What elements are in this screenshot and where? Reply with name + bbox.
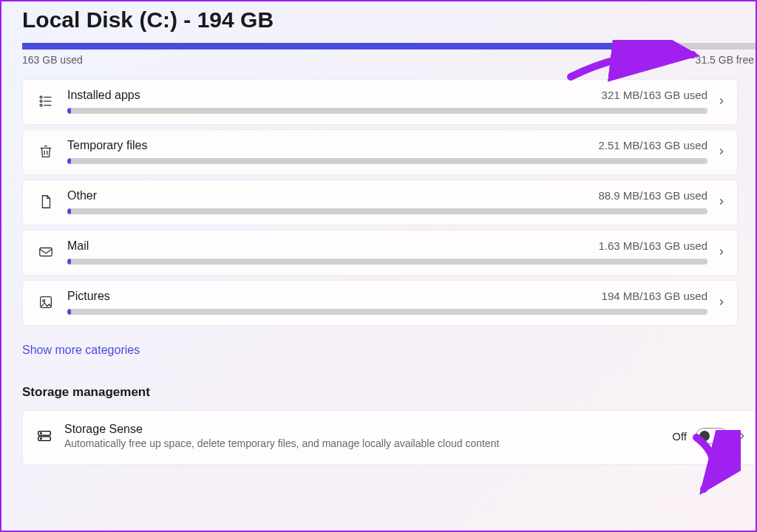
- svg-rect-8: [40, 248, 52, 256]
- chevron-right-icon: [707, 297, 727, 307]
- storage-category-row[interactable]: Installed apps321 MB/163 GB used: [22, 79, 738, 125]
- storage-category-row[interactable]: Temporary files2.51 MB/163 GB used: [22, 129, 738, 175]
- svg-point-13: [41, 433, 41, 434]
- svg-point-10: [43, 300, 45, 302]
- storage-sense-icon: [36, 428, 52, 444]
- category-usage: 321 MB/163 GB used: [602, 89, 707, 101]
- category-label: Installed apps: [67, 89, 140, 102]
- disk-usage-bar: [22, 43, 756, 50]
- chevron-right-icon: [707, 146, 727, 157]
- storage-category-row[interactable]: Mail1.63 MB/163 GB used: [22, 230, 738, 276]
- category-label: Pictures: [67, 290, 110, 303]
- storage-categories-list: Installed apps321 MB/163 GB usedTemporar…: [1, 66, 738, 326]
- disk-free-label: 31.5 GB free: [696, 54, 754, 66]
- storage-category-row[interactable]: Pictures194 MB/163 GB used: [22, 280, 738, 326]
- svg-point-0: [40, 96, 42, 98]
- category-label: Other: [67, 189, 97, 202]
- category-usage-bar: [67, 309, 707, 315]
- category-usage-bar: [67, 259, 707, 265]
- disk-usage-section: 163 GB used 31.5 GB free: [1, 33, 756, 66]
- storage-sense-state-label: Off: [672, 430, 687, 443]
- installed-apps-icon: [36, 93, 55, 109]
- image-icon: [36, 294, 55, 310]
- chevron-right-icon: [707, 96, 727, 106]
- disk-usage-bar-fill: [22, 43, 637, 50]
- trash-icon: [36, 143, 55, 160]
- category-usage: 194 MB/163 GB used: [602, 290, 707, 302]
- disk-used-label: 163 GB used: [22, 54, 83, 66]
- storage-sense-row[interactable]: Storage Sense Automatically free up spac…: [22, 410, 757, 465]
- storage-sense-toggle[interactable]: [696, 428, 728, 444]
- page-title: Local Disk (C:) - 194 GB: [1, 1, 756, 33]
- storage-category-row[interactable]: Other88.9 MB/163 GB used: [22, 180, 738, 225]
- storage-management-header: Storage management: [1, 357, 756, 400]
- chevron-right-icon: [728, 431, 747, 441]
- storage-sense-description: Automatically free up space, delete temp…: [64, 437, 672, 449]
- svg-point-2: [40, 100, 42, 103]
- file-icon: [36, 194, 55, 210]
- chevron-right-icon: [707, 247, 727, 257]
- category-usage: 88.9 MB/163 GB used: [598, 189, 707, 202]
- category-label: Mail: [67, 239, 89, 253]
- chevron-right-icon: [707, 197, 727, 207]
- show-more-categories-link[interactable]: Show more categories: [1, 330, 756, 357]
- storage-sense-title: Storage Sense: [64, 423, 672, 436]
- mail-icon: [36, 244, 55, 260]
- category-usage-bar: [67, 108, 707, 114]
- svg-point-4: [40, 104, 42, 106]
- category-usage: 2.51 MB/163 GB used: [598, 139, 707, 151]
- category-usage-bar: [67, 208, 707, 214]
- svg-point-14: [41, 438, 41, 439]
- category-label: Temporary files: [67, 139, 147, 152]
- category-usage: 1.63 MB/163 GB used: [598, 239, 707, 252]
- category-usage-bar: [67, 158, 707, 164]
